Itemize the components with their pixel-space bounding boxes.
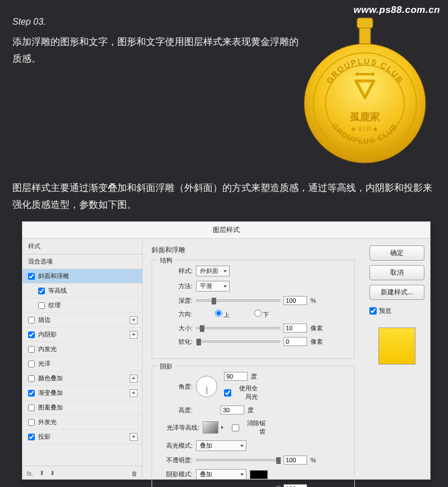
style-item-label: 描边 <box>38 316 51 324</box>
left-footer: fx. ⬆ ⬇ 🗑 <box>22 466 142 480</box>
style-item-checkbox[interactable] <box>28 375 35 382</box>
step-description: 添加浮雕的图形和文字，图形和文字使用图层样式来表现黄金浮雕的质感。 <box>12 34 299 67</box>
shadow-legend: 阴影 <box>158 362 175 371</box>
style-item-checkbox[interactable] <box>28 346 35 353</box>
add-effect-button[interactable]: + <box>130 331 138 339</box>
style-item-checkbox[interactable] <box>38 302 45 309</box>
ok-button[interactable]: 确定 <box>369 245 424 261</box>
angle-input[interactable] <box>224 372 248 381</box>
section-title: 斜面和浮雕 <box>152 245 355 255</box>
shadow-mode-label: 阴影模式: <box>159 470 193 479</box>
blend-options-row[interactable]: 混合选项 <box>22 254 142 269</box>
svg-point-7 <box>371 72 374 76</box>
style-item-label: 斜面和浮雕 <box>38 272 69 280</box>
style-item-label: 投影 <box>38 433 51 441</box>
style-item-6[interactable]: 光泽 <box>22 357 142 371</box>
style-item-checkbox[interactable] <box>28 331 35 338</box>
fx-menu[interactable]: fx. <box>27 470 34 477</box>
trash-icon[interactable]: 🗑 <box>131 470 138 477</box>
style-item-10[interactable]: 外发光 <box>22 415 142 430</box>
style-item-checkbox[interactable] <box>28 419 35 426</box>
structure-legend: 结构 <box>158 256 175 265</box>
soften-input[interactable] <box>284 337 307 346</box>
style-item-4[interactable]: 内阴影+ <box>22 327 142 342</box>
shadow-mode-select[interactable]: 叠加 <box>196 469 246 480</box>
down-icon[interactable]: ⬇ <box>50 470 55 477</box>
depth-slider[interactable] <box>196 299 280 302</box>
size-unit: 像素 <box>310 324 323 333</box>
style-item-3[interactable]: 描边+ <box>22 313 142 327</box>
preview-checkbox[interactable]: 预览 <box>369 307 424 315</box>
style-item-checkbox[interactable] <box>28 404 35 411</box>
paragraph: 图层样式主要通过渐变叠加和斜面浮雕（外斜面）的方式来塑造质感，通过等高线，内阴影… <box>12 180 439 213</box>
gloss-contour-picker[interactable] <box>203 421 218 434</box>
style-item-11[interactable]: 投影+ <box>22 430 142 444</box>
size-input[interactable] <box>284 324 307 333</box>
depth-label: 深度: <box>159 297 193 305</box>
add-effect-button[interactable]: + <box>130 375 138 383</box>
style-item-checkbox[interactable] <box>38 288 45 294</box>
svg-point-6 <box>355 72 359 76</box>
svg-text:孤鹿家: 孤鹿家 <box>349 111 380 122</box>
soften-slider[interactable] <box>196 340 280 343</box>
style-item-label: 等高线 <box>48 286 67 295</box>
soften-unit: 像素 <box>310 338 323 346</box>
direction-down[interactable]: 下 <box>235 310 269 319</box>
direction-up[interactable]: 上 <box>196 310 230 319</box>
size-slider[interactable] <box>196 327 280 329</box>
style-item-5[interactable]: 内发光 <box>22 342 142 357</box>
style-item-checkbox[interactable] <box>28 434 35 440</box>
gloss-contour-label: 光泽等高线: <box>159 424 199 432</box>
soften-label: 软化: <box>159 338 193 346</box>
left-panel: 样式 混合选项 斜面和浮雕等高线纹理描边+内阴影+内发光光泽颜色叠加+渐变叠加+… <box>22 239 143 480</box>
style-item-checkbox[interactable] <box>28 317 35 324</box>
new-style-button[interactable]: 新建样式... <box>369 285 424 300</box>
style-item-9[interactable]: 图案叠加 <box>22 400 142 415</box>
style-item-2[interactable]: 纹理 <box>22 298 142 313</box>
shadow-opacity-label: 不透明度: <box>159 485 193 488</box>
style-item-label: 内阴影 <box>38 330 57 339</box>
style-header[interactable]: 样式 <box>22 239 142 254</box>
svg-rect-3 <box>359 28 371 44</box>
shadow-opacity-input[interactable] <box>284 484 307 487</box>
style-item-label: 渐变叠加 <box>38 389 63 397</box>
style-item-label: 纹理 <box>48 301 61 310</box>
style-item-0[interactable]: 斜面和浮雕 <box>22 269 142 284</box>
altitude-unit: 度 <box>248 406 254 415</box>
style-item-8[interactable]: 渐变叠加+ <box>22 386 142 400</box>
highlight-opacity-label: 不透明度: <box>159 456 193 465</box>
style-item-checkbox[interactable] <box>28 361 35 367</box>
layer-style-dialog: 图层样式 样式 混合选项 斜面和浮雕等高线纹理描边+内阴影+内发光光泽颜色叠加+… <box>22 221 431 480</box>
add-effect-button[interactable]: + <box>130 389 138 397</box>
method-select[interactable]: 平滑 <box>196 281 230 292</box>
preview-swatch <box>378 327 415 365</box>
style-select[interactable]: 外斜面 <box>196 266 230 276</box>
highlight-opacity-slider[interactable] <box>196 459 280 461</box>
add-effect-button[interactable]: + <box>130 316 138 324</box>
global-light-checkbox[interactable]: 使用全局光 <box>224 384 258 401</box>
center-panel: 斜面和浮雕 结构 样式: 外斜面 方法: 平滑 深度: % <box>143 239 364 480</box>
highlight-opacity-input[interactable] <box>284 456 307 465</box>
method-label: 方法: <box>159 282 193 290</box>
altitude-input[interactable] <box>221 406 244 415</box>
highlight-mode-select[interactable]: 叠加 <box>196 440 246 451</box>
angle-unit: 度 <box>251 372 257 381</box>
cancel-button[interactable]: 取消 <box>369 265 424 280</box>
up-icon[interactable]: ⬆ <box>39 470 44 477</box>
style-item-label: 颜色叠加 <box>38 374 63 383</box>
right-panel: 确定 取消 新建样式... 预览 <box>364 239 430 480</box>
style-item-label: 光泽 <box>38 359 51 368</box>
style-item-7[interactable]: 颜色叠加+ <box>22 371 142 386</box>
depth-unit: % <box>310 297 316 304</box>
style-item-checkbox[interactable] <box>28 273 35 280</box>
step-label: Step 03. <box>12 17 46 27</box>
style-item-checkbox[interactable] <box>28 390 35 397</box>
shadow-color-swatch[interactable] <box>250 470 268 479</box>
depth-input[interactable] <box>284 296 307 305</box>
antialias-checkbox[interactable]: 消除锯齿 <box>232 419 266 436</box>
direction-label: 方向: <box>159 310 193 318</box>
style-item-1[interactable]: 等高线 <box>22 284 142 298</box>
angle-widget[interactable] <box>196 376 217 397</box>
style-list: 样式 混合选项 斜面和浮雕等高线纹理描边+内阴影+内发光光泽颜色叠加+渐变叠加+… <box>22 239 142 466</box>
add-effect-button[interactable]: + <box>130 433 138 441</box>
